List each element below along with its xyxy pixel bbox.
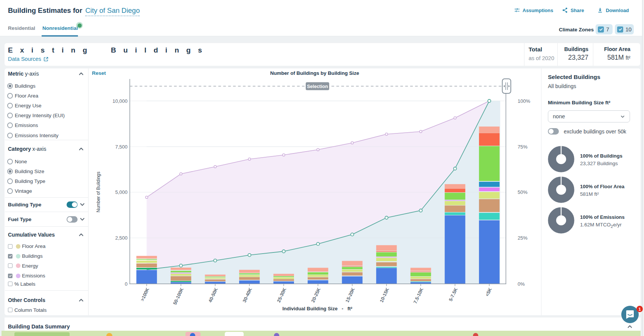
svg-text:50%: 50% <box>518 189 527 195</box>
svg-text:25-30K: 25-30K <box>276 287 288 303</box>
svg-text:40-50K: 40-50K <box>207 287 219 303</box>
svg-text:Selection: Selection <box>307 84 328 89</box>
svg-text:20-25K: 20-25K <box>310 287 322 303</box>
svg-text:7,500: 7,500 <box>115 144 128 150</box>
svg-text:2,500: 2,500 <box>115 235 128 241</box>
svg-text:Number of Buildings: Number of Buildings <box>96 172 101 212</box>
svg-text:0%: 0% <box>518 281 525 287</box>
svg-text:15-20K: 15-20K <box>345 287 356 303</box>
svg-text:Individual Building Size -: Individual Building Size - ft² <box>282 306 353 311</box>
svg-text:30-40K: 30-40K <box>242 287 253 303</box>
svg-text:>100K: >100K <box>140 287 150 302</box>
svg-text:0: 0 <box>125 281 128 287</box>
svg-text:5-7.5K: 5-7.5K <box>448 287 459 302</box>
svg-text:10-15K: 10-15K <box>379 287 390 303</box>
svg-text:5,000: 5,000 <box>115 189 128 195</box>
svg-text:<5K: <5K <box>484 287 493 297</box>
svg-text:25%: 25% <box>518 235 527 241</box>
svg-text:7.5-10K: 7.5-10K <box>412 287 424 304</box>
svg-text:100%: 100% <box>518 98 530 104</box>
svg-text:75%: 75% <box>518 144 527 150</box>
svg-text:10,000: 10,000 <box>112 98 128 104</box>
svg-text:50-100K: 50-100K <box>172 287 185 305</box>
